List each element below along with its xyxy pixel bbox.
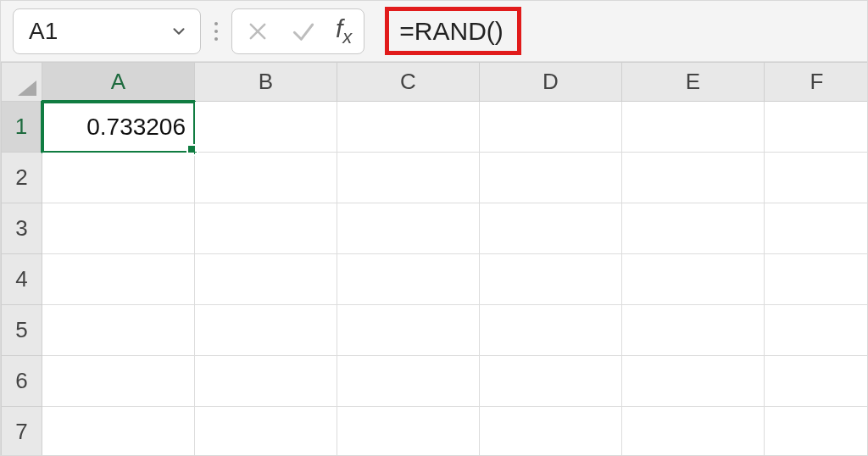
cell-D7[interactable] xyxy=(480,407,622,456)
cell-C7[interactable] xyxy=(337,407,480,456)
grid: A B C D E F 1 0.733206 xyxy=(1,62,867,455)
row-header-5[interactable]: 5 xyxy=(2,305,42,356)
name-box[interactable]: A1 xyxy=(13,8,201,54)
formula-buttons: fx xyxy=(231,8,364,54)
cell-D5[interactable] xyxy=(480,305,622,356)
spreadsheet-app: A1 fx =RAND() xyxy=(0,0,868,456)
cell-C4[interactable] xyxy=(337,254,480,305)
cell-E6[interactable] xyxy=(622,356,765,407)
cell-F2[interactable] xyxy=(765,153,868,203)
cell-A1[interactable]: 0.733206 xyxy=(42,102,195,153)
cell-D1[interactable] xyxy=(480,102,622,153)
cell-E1[interactable] xyxy=(622,102,765,153)
cell-B3[interactable] xyxy=(195,203,337,254)
col-header-F[interactable]: F xyxy=(765,63,868,102)
row-header-3[interactable]: 3 xyxy=(2,203,42,254)
cell-F7[interactable] xyxy=(765,407,868,456)
cell-F6[interactable] xyxy=(765,356,868,407)
formula-bar: A1 fx =RAND() xyxy=(1,1,867,62)
cell-C1[interactable] xyxy=(337,102,480,153)
cell-E5[interactable] xyxy=(622,305,765,356)
cell-A5[interactable] xyxy=(42,305,195,356)
cell-D2[interactable] xyxy=(480,153,622,203)
cell-B6[interactable] xyxy=(195,356,337,407)
formula-input[interactable]: =RAND() xyxy=(376,8,855,54)
cell-F5[interactable] xyxy=(765,305,868,356)
cell-A7[interactable] xyxy=(42,407,195,456)
cell-F4[interactable] xyxy=(765,254,868,305)
row-header-4[interactable]: 4 xyxy=(2,254,42,305)
name-box-value: A1 xyxy=(29,18,170,45)
cell-B5[interactable] xyxy=(195,305,337,356)
select-all-corner[interactable] xyxy=(2,63,42,102)
row-header-7[interactable]: 7 xyxy=(2,407,42,456)
col-header-B[interactable]: B xyxy=(195,63,337,102)
enter-icon[interactable] xyxy=(290,18,317,45)
cell-C6[interactable] xyxy=(337,356,480,407)
col-header-C[interactable]: C xyxy=(337,63,480,102)
cell-D3[interactable] xyxy=(480,203,622,254)
cell-A4[interactable] xyxy=(42,254,195,305)
cell-A6[interactable] xyxy=(42,356,195,407)
cell-E7[interactable] xyxy=(622,407,765,456)
row-header-2[interactable]: 2 xyxy=(2,153,42,203)
cell-C3[interactable] xyxy=(337,203,480,254)
chevron-down-icon xyxy=(170,22,188,41)
grip-icon[interactable] xyxy=(213,22,220,41)
cell-C2[interactable] xyxy=(337,153,480,203)
cancel-icon[interactable] xyxy=(244,18,271,45)
cell-C5[interactable] xyxy=(337,305,480,356)
col-header-A[interactable]: A xyxy=(42,63,195,102)
cell-B1[interactable] xyxy=(195,102,337,153)
cell-A3[interactable] xyxy=(42,203,195,254)
cell-B2[interactable] xyxy=(195,153,337,203)
cell-B4[interactable] xyxy=(195,254,337,305)
cell-E4[interactable] xyxy=(622,254,765,305)
row-header-6[interactable]: 6 xyxy=(2,356,42,407)
cell-D4[interactable] xyxy=(480,254,622,305)
col-header-D[interactable]: D xyxy=(480,63,622,102)
row-header-1[interactable]: 1 xyxy=(2,102,42,153)
insert-function-button[interactable]: fx xyxy=(336,14,352,48)
cell-E3[interactable] xyxy=(622,203,765,254)
cell-F3[interactable] xyxy=(765,203,868,254)
cell-F1[interactable] xyxy=(765,102,868,153)
cell-E2[interactable] xyxy=(622,153,765,203)
col-header-E[interactable]: E xyxy=(622,63,765,102)
cell-B7[interactable] xyxy=(195,407,337,456)
formula-text: =RAND() xyxy=(385,7,521,55)
cell-D6[interactable] xyxy=(480,356,622,407)
sheet-table: A B C D E F 1 0.733206 xyxy=(1,62,867,455)
cell-A2[interactable] xyxy=(42,153,195,203)
